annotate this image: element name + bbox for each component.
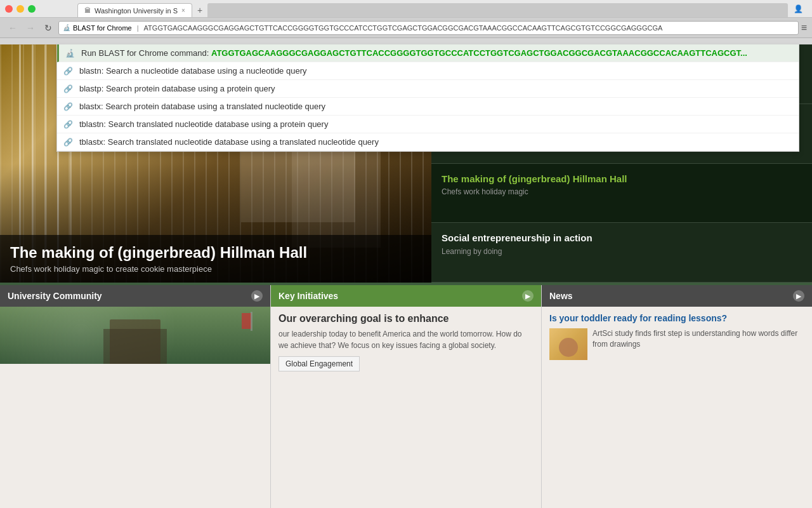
close-btn[interactable] [5, 5, 13, 13]
browser-chrome: 🏛 Washington University in S × + 👤 ← → ↻… [0, 0, 812, 44]
autocomplete-item-tblastn-text: tblastn: Search translated nucleotide da… [79, 119, 792, 129]
story-gingerbread-title: The making of (gingerbread) Hillman Hall [442, 173, 802, 185]
user-icon: 👤 [794, 4, 803, 13]
autocomplete-item-run-text: Run BLAST for Chrome command: ATGGTGAGCA… [81, 48, 792, 58]
bottom-section: University Community ▶ Key Initiatives ▶… [0, 283, 812, 508]
community-header: University Community ▶ [0, 285, 270, 307]
address-icon: 🔬 [63, 24, 70, 31]
autocomplete-item-blastp[interactable]: 🔗 blastp: Search protein database using … [57, 80, 799, 98]
nav-bar: ← → ↻ 🔬 BLAST for Chrome | ATGGTGAGCAAGG… [0, 18, 812, 38]
initiatives-heading: Our overarching goal is to enhance [278, 313, 534, 324]
back-button[interactable]: ← [5, 20, 20, 36]
community-header-icon[interactable]: ▶ [251, 290, 263, 302]
new-tab-button[interactable]: + [193, 3, 206, 17]
autocomplete-dropdown: 🔬 Run BLAST for Chrome command: ATGGTGAG… [56, 44, 799, 152]
hero-subtitle: Chefs work holiday magic to create cooki… [10, 264, 421, 274]
blastx-icon: 🔗 [63, 102, 73, 111]
global-engagement-link[interactable]: Global Engagement [278, 356, 360, 371]
initiatives-header-label: Key Initiatives [278, 291, 338, 301]
news-col: News ▶ Is your toddler ready for reading… [542, 285, 812, 508]
news-header: News ▶ [542, 285, 812, 307]
news-header-label: News [549, 291, 573, 301]
story-gingerbread-desc: Chefs work holiday magic [442, 187, 802, 196]
reload-button[interactable]: ↻ [41, 20, 56, 36]
blast-run-icon: 🔬 [65, 49, 75, 58]
autocomplete-item-blastp-text: blastp: Search protein database using a … [79, 84, 792, 93]
initiatives-body: our leadership today to benefit America … [278, 328, 534, 351]
news-thumbnail [549, 328, 587, 360]
address-bar[interactable]: 🔬 BLAST for Chrome | ATGGTGAGCAAGGGCGAGG… [58, 21, 799, 35]
title-bar: 🏛 Washington University in S × + 👤 [0, 0, 812, 18]
community-image [0, 307, 270, 364]
story-item-gingerbread[interactable]: The making of (gingerbread) Hillman Hall… [431, 164, 812, 224]
news-item: ArtSci study finds first step is underst… [549, 328, 804, 360]
autocomplete-item-run[interactable]: 🔬 Run BLAST for Chrome command: ATGGTGAG… [57, 44, 799, 62]
autocomplete-item-blastn[interactable]: 🔗 blastn: Search a nucleotide database u… [57, 62, 799, 80]
blastn-icon: 🔗 [63, 67, 73, 76]
initiatives-header: Key Initiatives ▶ [271, 285, 541, 307]
news-content: Is your toddler ready for reading lesson… [542, 307, 812, 366]
tab-label: Washington University in S [95, 7, 178, 15]
hero-title: The making of (gingerbread) Hillman Hall [10, 244, 421, 262]
browser-tab[interactable]: 🏛 Washington University in S × [77, 3, 192, 17]
community-header-label: University Community [8, 291, 102, 301]
maximize-btn[interactable] [28, 5, 36, 13]
autocomplete-item-blastx-text: blastx: Search protein database using a … [79, 102, 792, 111]
autocomplete-item-tblastn[interactable]: 🔗 tblastn: Search translated nucleotide … [57, 116, 799, 133]
browser-menu-button[interactable]: ≡ [801, 22, 807, 34]
story-item-social[interactable]: Social entrepreneurship in action Learni… [431, 223, 812, 283]
news-header-icon[interactable]: ▶ [793, 290, 804, 302]
autocomplete-item-tblastx-text: tblastx: Search translated nucleotide da… [79, 137, 792, 147]
tab-favicon: 🏛 [84, 7, 91, 14]
autocomplete-item-tblastx[interactable]: 🔗 tblastx: Search translated nucleotide … [57, 133, 799, 151]
news-body: ArtSci study finds first step is underst… [593, 328, 804, 350]
story-social-desc: Learning by doing [442, 247, 802, 256]
hero-caption: The making of (gingerbread) Hillman Hall… [0, 235, 431, 283]
initiatives-header-icon[interactable]: ▶ [522, 290, 534, 302]
tblastx-icon: 🔗 [63, 138, 73, 147]
autocomplete-item-blastn-text: blastn: Search a nucleotide database usi… [79, 66, 792, 76]
initiatives-content: Our overarching goal is to enhance our l… [271, 307, 541, 378]
news-headline[interactable]: Is your toddler ready for reading lesson… [549, 313, 804, 323]
address-prefix: BLAST for Chrome [73, 24, 132, 32]
minimize-btn[interactable] [16, 5, 24, 13]
tblastn-icon: 🔗 [63, 120, 73, 129]
tab-close-btn[interactable]: × [181, 7, 185, 14]
address-sequence: ATGGTGAGCAAGGGCGAGGAGCTGTTCACCGGGGTGGTGC… [144, 24, 663, 32]
university-community-col: University Community ▶ [0, 285, 271, 508]
story-social-title: Social entrepreneurship in action [442, 232, 802, 244]
autocomplete-item-blastx[interactable]: 🔗 blastx: Search protein database using … [57, 98, 799, 116]
forward-button[interactable]: → [23, 20, 38, 36]
key-initiatives-col: Key Initiatives ▶ Our overarching goal i… [271, 285, 542, 508]
blastp-icon: 🔗 [63, 84, 73, 93]
